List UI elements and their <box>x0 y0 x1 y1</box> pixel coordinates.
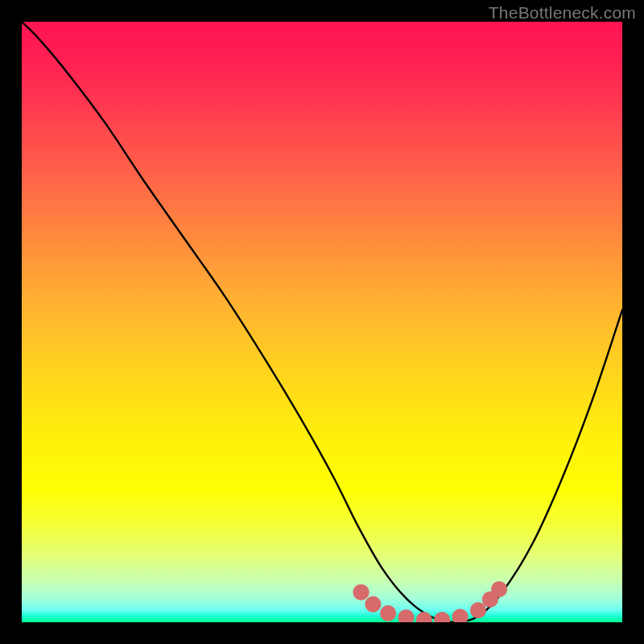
optimal-marker <box>398 609 414 622</box>
optimal-marker <box>470 602 486 618</box>
optimal-marker <box>380 605 396 621</box>
plot-area <box>22 22 622 622</box>
bottleneck-curve <box>22 22 622 622</box>
optimal-marker <box>365 597 381 613</box>
optimal-marker <box>434 612 450 622</box>
optimal-marker <box>416 612 432 622</box>
optimal-marker <box>452 609 469 622</box>
optimal-marker <box>353 584 369 601</box>
optimal-zone-markers <box>353 581 507 622</box>
watermark-text: TheBottleneck.com <box>489 3 636 23</box>
chart-frame: TheBottleneck.com <box>0 0 644 644</box>
chart-svg <box>22 22 622 622</box>
optimal-marker <box>491 581 507 597</box>
